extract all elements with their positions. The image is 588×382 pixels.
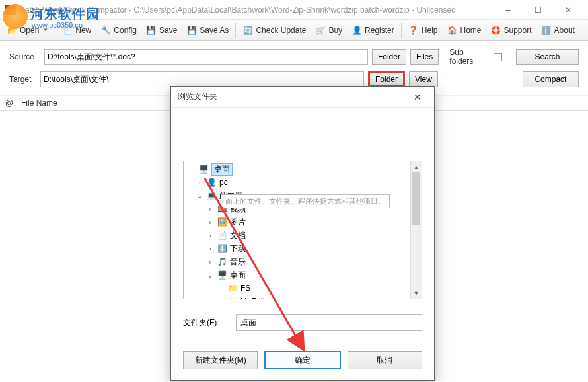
buy-icon: 🛒 — [315, 25, 326, 36]
open-icon: 📂 — [7, 25, 17, 36]
titlebar: Batch Word Shrink Compactor - C:\Users\p… — [0, 0, 588, 20]
register-button[interactable]: 👤Register — [348, 23, 398, 38]
target-folder-button[interactable]: Folder — [368, 71, 405, 87]
browse-folder-dialog: 浏览文件夹 ✕ 🖥️桌面›👤pc⌄💻此电脑›🎞️视频›🖼️图片›📄文档›⬇️下载… — [170, 86, 435, 381]
tree-expander-icon[interactable]: ⌄ — [206, 272, 214, 279]
documents-icon: 📄 — [217, 230, 227, 241]
cancel-button[interactable]: 取消 — [348, 351, 422, 369]
tree-item-label: 图片 — [230, 217, 246, 228]
compact-button[interactable]: Compact — [523, 71, 579, 87]
pictures-icon: 🖼️ — [217, 217, 227, 227]
dialog-titlebar: 浏览文件夹 ✕ — [171, 87, 434, 108]
desktop-icon: 🖥️ — [217, 270, 227, 280]
config-button[interactable]: 🔧Config — [96, 23, 141, 38]
about-icon: ℹ️ — [541, 25, 552, 36]
source-label: Source — [9, 52, 40, 61]
source-folder-button[interactable]: Folder — [372, 49, 406, 65]
user-icon: 👤 — [206, 177, 217, 188]
source-files-button[interactable]: Files — [410, 49, 439, 65]
tree-expander-icon[interactable]: › — [206, 219, 214, 226]
subfolders-label: Sub folders — [449, 48, 487, 66]
toolbar: 📂Open▼ 📄New 🔧Config 💾Save 💾Save As 🔄Chec… — [0, 20, 588, 41]
scroll-thumb[interactable] — [412, 172, 420, 225]
save-icon: 💾 — [146, 25, 157, 36]
tree-item[interactable]: ›⬇️下载 — [185, 242, 420, 255]
tree-item[interactable]: 📁FS — [185, 282, 420, 295]
source-row: Source Folder Files Sub folders Search — [0, 45, 588, 69]
tree-item-label: 桌面 — [230, 270, 246, 281]
folder-tree[interactable]: 🖥️桌面›👤pc⌄💻此电脑›🎞️视频›🖼️图片›📄文档›⬇️下载›🎵音乐⌄🖥️桌… — [183, 161, 422, 299]
tree-expander-icon[interactable]: › — [206, 258, 214, 266]
check-update-button[interactable]: 🔄Check Update — [239, 23, 310, 38]
tree-item[interactable]: ›📄文档 — [185, 229, 420, 242]
scroll-up-icon[interactable]: ▲ — [411, 161, 422, 172]
tree-item[interactable]: 🖥️桌面 — [185, 163, 420, 176]
tree-item-label: pc — [219, 178, 228, 187]
search-button[interactable]: Search — [516, 49, 579, 65]
ok-button[interactable]: 确定 — [264, 351, 340, 369]
tree-item-label: 桌面 — [211, 163, 233, 176]
tree-item[interactable]: ›🎵音乐 — [185, 255, 420, 268]
update-icon: 🔄 — [242, 25, 253, 36]
save-button[interactable]: 💾Save — [142, 23, 181, 38]
tree-expander-icon[interactable]: › — [206, 245, 214, 252]
tree-item-label: 下载 — [230, 243, 246, 254]
config-icon: 🔧 — [100, 25, 111, 36]
window-title: Batch Word Shrink Compactor - C:\Users\p… — [20, 5, 494, 15]
open-button[interactable]: 📂Open▼ — [3, 23, 52, 38]
downloads-icon: ⬇️ — [217, 243, 227, 254]
help-button[interactable]: ❓Help — [404, 23, 442, 38]
tree-expander-icon[interactable]: › — [196, 179, 203, 186]
close-button[interactable]: ✕ — [553, 1, 583, 19]
tooltip: 面上的文件、文件夹、程序快捷方式和其他项目。 — [221, 194, 390, 208]
tree-expander-icon[interactable]: ⌄ — [196, 192, 203, 200]
save-as-icon: 💾 — [186, 25, 197, 36]
tree-scrollbar[interactable]: ▲ ▼ — [410, 161, 422, 299]
computer-icon: 💻 — [206, 190, 217, 201]
target-input[interactable] — [40, 71, 364, 87]
help-icon: ❓ — [408, 25, 419, 36]
tree-item-label: 文档 — [230, 230, 246, 241]
scroll-down-icon[interactable]: ▼ — [411, 287, 422, 299]
support-icon: 🛟 — [491, 25, 501, 36]
minimize-button[interactable]: ─ — [494, 1, 523, 19]
target-view-button[interactable]: View — [409, 71, 438, 87]
dialog-title: 浏览文件夹 — [178, 91, 408, 102]
save-as-button[interactable]: 💾Save As — [182, 23, 233, 38]
home-button[interactable]: 🏠Home — [443, 23, 485, 38]
tree-expander-icon[interactable]: › — [206, 232, 214, 239]
music-icon: 🎵 — [217, 256, 227, 267]
dialog-close-button[interactable]: ✕ — [408, 87, 427, 107]
new-button[interactable]: 📄New — [58, 23, 95, 38]
column-at[interactable]: @ — [5, 98, 21, 108]
folder-icon: 📁 — [227, 283, 238, 293]
support-button[interactable]: 🛟Support — [487, 23, 536, 38]
tree-item[interactable]: 📁M..E.lit — [185, 295, 420, 299]
chevron-down-icon: ▼ — [43, 27, 48, 33]
register-icon: 👤 — [351, 25, 362, 36]
foldername-input[interactable] — [236, 314, 422, 331]
tree-item[interactable]: ›🖼️图片 — [185, 215, 420, 229]
target-label: Target — [9, 75, 36, 84]
buy-button[interactable]: 🛒Buy — [311, 23, 346, 38]
tree-item[interactable]: ›👤pc — [185, 176, 420, 189]
tree-item-label: 音乐 — [230, 256, 246, 268]
new-icon: 📄 — [62, 25, 73, 36]
tree-item-label: M..E.lit — [240, 297, 265, 299]
tree-item-label: FS — [240, 284, 250, 293]
tree-item[interactable]: ⌄🖥️桌面 — [185, 268, 420, 282]
new-folder-button[interactable]: 新建文件夹(M) — [183, 351, 258, 369]
tree-expander-icon[interactable]: › — [206, 206, 214, 213]
subfolders-checkbox[interactable] — [494, 53, 501, 61]
source-input[interactable] — [44, 49, 368, 65]
about-button[interactable]: ℹ️About — [537, 23, 579, 38]
app-icon — [5, 5, 16, 15]
folder-icon: 📁 — [227, 296, 238, 299]
desktop-icon: 🖥️ — [198, 164, 209, 174]
foldername-label: 文件夹(F): — [183, 317, 231, 328]
maximize-button[interactable]: ☐ — [523, 1, 553, 19]
home-icon: 🏠 — [447, 25, 457, 36]
